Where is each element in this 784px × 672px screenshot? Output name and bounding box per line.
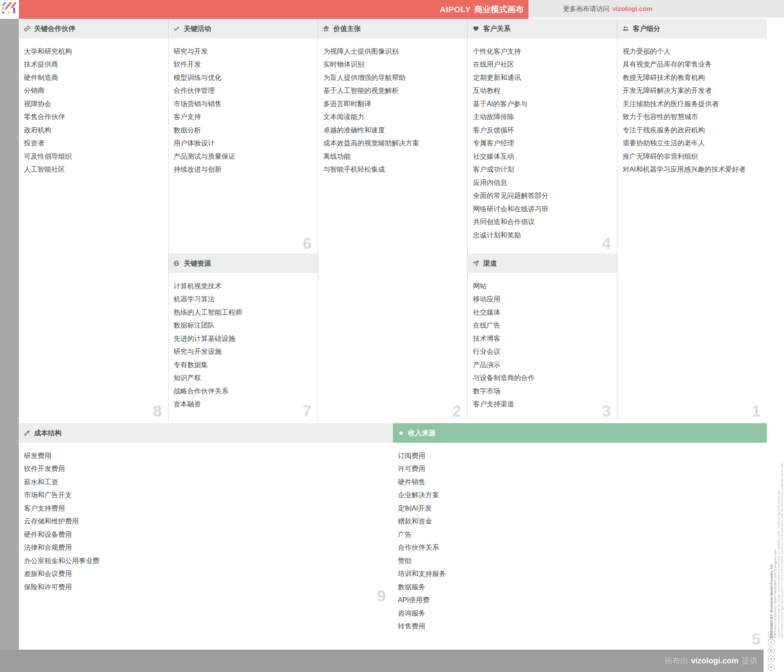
list-item: 需要协助独立生活的老年人 <box>622 137 762 150</box>
section-header-channels: 渠道 <box>468 254 617 273</box>
list-item: 行业会议 <box>473 345 612 359</box>
list-item: 企业解决方案 <box>398 489 762 502</box>
brand-name: AIPOLY <box>440 5 471 14</box>
cc-license-badges <box>768 631 775 670</box>
list-item: 机器学习算法 <box>174 293 313 306</box>
list-item: 成本效益高的视觉辅助解决方案 <box>323 137 463 150</box>
section-title: 关键活动 <box>184 24 211 33</box>
list-item: 投资者 <box>24 137 163 150</box>
footer-vizologi-link[interactable]: vizologi.com <box>691 656 739 665</box>
list-item: 办公室租金和公用事业费 <box>24 554 387 567</box>
section-header-key-partners: 关键合作伙伴 <box>19 19 168 38</box>
list-item: 文本阅读能力 <box>323 110 463 124</box>
section-customer-relationships: 客户关系 个性化客户支持在线用户社区定期更新和通讯互动教程基于AI的客户参与主动… <box>468 19 617 252</box>
list-item: 战略合作伙伴关系 <box>174 384 313 398</box>
list-item: 资本融资 <box>174 398 313 411</box>
section-number: 7 <box>303 403 311 419</box>
designed-by-text: DESIGNED BY: Business Model Foundry AG <box>769 550 773 639</box>
list-item: 赠款和资金 <box>398 515 762 528</box>
list-item: 全面的常见问题解答部分 <box>473 189 612 203</box>
footer-suffix: 提供 <box>742 656 757 666</box>
list-item: 技术提供商 <box>24 58 163 71</box>
section-header-cost-structure: 成本结构 <box>19 423 392 443</box>
check-icon <box>173 25 180 32</box>
column-value-propositions: 价值主张 为视障人士提供图像识别实时物体识别为盲人提供增强的导航帮助基于人工智能… <box>318 19 468 421</box>
list-item: 专注于残疾服务的政府机构 <box>622 123 762 137</box>
section-number: 9 <box>377 588 386 604</box>
section-number: 6 <box>303 235 311 251</box>
section-revenue-streams: 收入来源 订阅费用许可费用硬件销售企业解决方案定制AI开发赠款和资金广告合作伙伴… <box>393 423 767 649</box>
section-cost-structure: 成本结构 研发费用软件开发费用薪水和工资市场和广告开支客户支持费用云存储和维护费… <box>19 423 392 606</box>
section-items: 研究与开发软件开发模型训练与优化合作伙伴管理市场营销与销售客户支持数据分析用户体… <box>169 38 318 176</box>
section-number: 5 <box>752 631 760 647</box>
list-item: 定期更新和通讯 <box>473 71 612 84</box>
cc-equal-icon <box>768 656 775 662</box>
vizologi-link[interactable]: vizologi.com <box>612 5 653 13</box>
list-item: 保险和许可费用 <box>24 580 387 594</box>
list-item: 专有数据集 <box>174 358 313 371</box>
list-item: API使用费 <box>398 594 762 607</box>
section-header-customer-relationships: 客户关系 <box>468 19 617 38</box>
section-items: 视力受损的个人具有视觉产品库存的零售业务教授无障碍技术的教育机构开发无障碍解决方… <box>617 38 767 176</box>
paper-plane-icon <box>472 260 479 267</box>
section-items: 计算机视觉技术机器学习算法熟练的人工智能工程师数据标注团队先进的计算基础设施研究… <box>169 273 318 411</box>
cc-logo-icon <box>768 664 775 670</box>
list-item: 持续改进与创新 <box>174 163 313 176</box>
list-item: 熟练的人工智能工程师 <box>174 306 313 319</box>
list-item: 云存储和维护费用 <box>24 515 387 528</box>
globe-icon <box>173 260 180 267</box>
section-header-value-propositions: 价值主张 <box>318 19 468 38</box>
list-item: 咨询服务 <box>398 607 762 620</box>
section-number: 3 <box>602 403 611 419</box>
list-item: 社交媒体 <box>473 306 612 319</box>
left-gutter <box>0 19 19 650</box>
list-item: 许可费用 <box>398 462 762 476</box>
list-item: 实时物体识别 <box>323 58 463 71</box>
license-text: This work is licensed under the Creative… <box>777 463 784 639</box>
business-model-canvas-page: AIPOLY 商业模式画布 更多画布请访问 vizologi.com 关键合作伙… <box>0 0 784 672</box>
list-item: 产品演示 <box>473 358 612 371</box>
list-item: 移动应用 <box>473 293 612 306</box>
link-icon <box>24 25 30 32</box>
section-channels: 渠道 网站移动应用社交媒体在线广告技术博客行业会议产品演示与设备制造商的合作数字… <box>468 254 617 421</box>
section-header-customer-segments: 客户细分 <box>617 19 767 38</box>
list-item: 视障协会 <box>24 97 163 110</box>
list-item: 客户反馈循环 <box>473 123 612 137</box>
list-item: 具有视觉产品库存的零售业务 <box>622 58 762 71</box>
list-item: 数据标注团队 <box>174 319 313 332</box>
footer-prefix: 画布由 <box>664 656 688 666</box>
section-key-resources: 关键资源 计算机视觉技术机器学习算法熟练的人工智能工程师数据标注团队先进的计算基… <box>169 254 318 421</box>
section-title: 关键合作伙伴 <box>34 24 75 33</box>
list-item: 数据服务 <box>398 580 762 594</box>
list-item: 离线功能 <box>323 150 463 163</box>
pencil-icon <box>24 430 30 437</box>
list-item: 法律和合规费用 <box>24 541 387 554</box>
list-item: 教授无障碍技术的教育机构 <box>622 71 762 84</box>
section-title: 客户关系 <box>483 24 510 33</box>
column-key-partners: 关键合作伙伴 大学和研究机构技术提供商硬件制造商分销商视障协会零售合作伙伴政府机… <box>19 19 169 421</box>
section-number: 1 <box>752 403 760 419</box>
list-item: 模型训练与优化 <box>174 71 313 84</box>
list-item: 客户支持渠道 <box>473 398 612 411</box>
list-item: 应用内信息 <box>473 176 612 189</box>
list-item: 在线用户社区 <box>473 58 612 71</box>
makers-text: The makers of Business Model Generation … <box>774 550 777 639</box>
section-title: 收入来源 <box>408 428 436 438</box>
list-item: 定制AI开发 <box>398 502 762 515</box>
column-customer-relationships: 客户关系 个性化客户支持在线用户社区定期更新和通讯互动教程基于AI的客户参与主动… <box>468 19 617 421</box>
section-title: 价值主张 <box>334 24 361 33</box>
list-item: 可及性倡导组织 <box>24 150 163 163</box>
license-line-1: This work is licensed under the Creative… <box>777 463 780 639</box>
list-item: 产品测试与质量保证 <box>174 150 313 163</box>
list-item: 基于AI的客户参与 <box>473 97 612 110</box>
section-value-propositions: 价值主张 为视障人士提供图像识别实时物体识别为盲人提供增强的导航帮助基于人工智能… <box>318 19 468 421</box>
list-item: 广告 <box>398 528 762 541</box>
column-key-activities: 关键活动 研究与开发软件开发模型训练与优化合作伙伴管理市场营销与销售客户支持数据… <box>169 19 318 421</box>
list-item: 开发无障碍解决方案的开发者 <box>622 84 762 98</box>
list-item: 市场营销与销售 <box>174 97 313 110</box>
header-bar: AIPOLY 商业模式画布 <box>19 0 528 19</box>
list-item: 为盲人提供增强的导航帮助 <box>323 71 463 84</box>
list-item: 忠诚计划和奖励 <box>473 228 612 242</box>
list-item: 客户支持 <box>174 110 313 124</box>
list-item: 对AI和机器学习应用感兴趣的技术爱好者 <box>622 163 762 176</box>
